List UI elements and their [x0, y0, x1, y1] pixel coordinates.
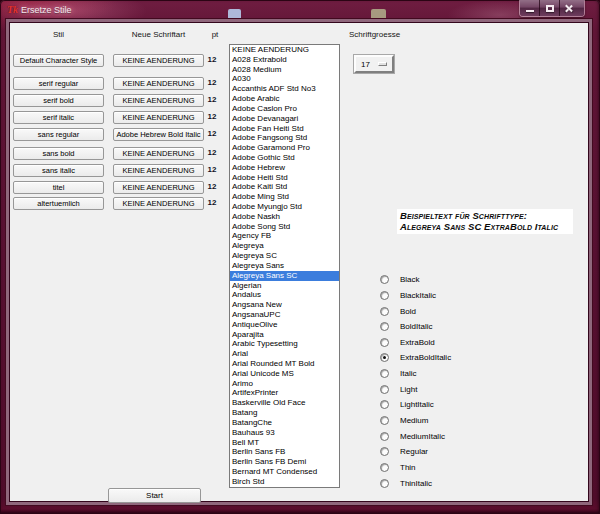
weight-radio-label: Medium [400, 416, 428, 425]
font-list-item[interactable]: Adobe Arabic [230, 94, 339, 104]
font-list-item[interactable]: Arial Unicode MS [230, 369, 339, 379]
font-list-item[interactable]: Adobe Devanagari [230, 114, 339, 124]
font-list-item[interactable]: Batang [230, 408, 339, 418]
font-list-item[interactable]: Accanthis ADF Std No3 [230, 84, 339, 94]
close-button[interactable] [560, 0, 584, 16]
ersetze-stile-window: Tk Ersetze Stile Stil Neue Schriftart pt… [0, 0, 600, 514]
titlebar[interactable]: Tk Ersetze Stile [0, 0, 600, 22]
weight-radio-italic[interactable]: Italic [380, 368, 416, 379]
glass-reflection [371, 9, 386, 20]
font-list-item[interactable]: AntiqueOlive [230, 320, 339, 330]
style-button[interactable]: sans regular [13, 128, 104, 141]
radio-button-icon [380, 353, 389, 362]
font-list-item[interactable]: A028 Extrabold [230, 55, 339, 65]
font-list-item[interactable]: Bauhaus 93 [230, 428, 339, 438]
weight-radio-label: ExtraBoldItalic [400, 353, 451, 362]
font-list-item[interactable]: Alegreya SC [230, 251, 339, 261]
weight-radio-thin[interactable]: Thin [380, 462, 416, 473]
new-font-button[interactable]: KEINE AENDERUNG [113, 147, 204, 160]
header-stil: Stil [13, 30, 104, 39]
weight-radio-bolditalic[interactable]: BoldItalic [380, 321, 432, 332]
weight-radio-lightitalic[interactable]: LightItalic [380, 399, 434, 410]
font-list-item[interactable]: Adobe Song Std [230, 222, 339, 232]
start-button[interactable]: Start [108, 488, 201, 503]
font-list-item[interactable]: Adobe Heiti Std [230, 173, 339, 183]
font-list-item[interactable]: Adobe Naskh [230, 212, 339, 222]
new-font-button[interactable]: KEINE AENDERUNG [113, 111, 204, 124]
style-button[interactable]: sans italic [13, 164, 104, 177]
font-list-item[interactable]: Adobe Garamond Pro [230, 143, 339, 153]
new-font-button[interactable]: Adobe Hebrew Bold Italic [113, 128, 204, 141]
new-font-button[interactable]: KEINE AENDERUNG [113, 181, 204, 194]
weight-radio-black[interactable]: Black [380, 274, 420, 285]
weight-radio-regular[interactable]: Regular [380, 446, 428, 457]
weight-radio-mediumitalic[interactable]: MediumItalic [380, 431, 445, 442]
font-list-item[interactable]: Agency FB [230, 231, 339, 241]
font-list-item[interactable]: Arial Rounded MT Bold [230, 359, 339, 369]
schriftgroesse-label: Schriftgroesse [349, 30, 400, 39]
weight-radio-extrabold[interactable]: ExtraBold [380, 337, 435, 348]
font-list-item[interactable]: Arial [230, 349, 339, 359]
font-list-item[interactable]: A028 Medium [230, 65, 339, 75]
new-font-button[interactable]: KEINE AENDERUNG [113, 77, 204, 90]
font-list-item[interactable]: BatangChe [230, 418, 339, 428]
weight-radio-label: BoldItalic [400, 322, 432, 331]
radio-button-icon [380, 385, 389, 394]
weight-radio-extrabolditalic[interactable]: ExtraBoldItalic [380, 352, 451, 363]
font-list-item[interactable]: Baskerville Old Face [230, 398, 339, 408]
font-list-item[interactable]: A030 [230, 74, 339, 84]
weight-radio-medium[interactable]: Medium [380, 415, 428, 426]
style-button[interactable]: sans bold [13, 147, 104, 160]
new-font-button[interactable]: KEINE AENDERUNG [113, 94, 204, 107]
weight-radio-label: MediumItalic [400, 432, 445, 441]
new-font-button[interactable]: KEINE AENDERUNG [113, 54, 204, 67]
weight-radio-label: Italic [400, 369, 416, 378]
style-button[interactable]: serif italic [13, 111, 104, 124]
pt-value: 12 [202, 112, 222, 121]
font-list-item[interactable]: Adobe Gothic Std [230, 153, 339, 163]
font-list-item[interactable]: AngsanaUPC [230, 310, 339, 320]
font-list-item[interactable]: Alegreya Sans [230, 261, 339, 271]
font-list-item[interactable]: Adobe Fangsong Std [230, 133, 339, 143]
font-list-item[interactable]: Alegreya Sans SC [230, 271, 339, 281]
font-list-item[interactable]: Andalus [230, 290, 339, 300]
weight-radio-blackitalic[interactable]: BlackItalic [380, 290, 436, 301]
font-list-item[interactable]: Berlin Sans FB [230, 447, 339, 457]
style-button[interactable]: Default Character Style [13, 54, 104, 67]
font-list-item[interactable]: Angsana New [230, 300, 339, 310]
font-list-item[interactable]: KEINE AENDERUNG [230, 45, 339, 55]
font-list-item[interactable]: Arimo [230, 379, 339, 389]
minimize-button[interactable] [520, 0, 540, 16]
header-neue-schriftart: Neue Schriftart [113, 30, 204, 39]
minimize-icon [526, 10, 534, 12]
maximize-button[interactable] [540, 0, 560, 16]
font-list-item[interactable]: Bernard MT Condensed [230, 467, 339, 477]
font-list-item[interactable]: Adobe Kaiti Std [230, 182, 339, 192]
font-list-item[interactable]: Adobe Myungjo Std [230, 202, 339, 212]
font-list-item[interactable]: Aparajita [230, 330, 339, 340]
new-font-button[interactable]: KEINE AENDERUNG [113, 197, 204, 210]
font-listbox[interactable]: KEINE AENDERUNGA028 ExtraboldA028 Medium… [229, 44, 340, 488]
font-list-item[interactable]: Algerian [230, 281, 339, 291]
style-button[interactable]: serif regular [13, 77, 104, 90]
weight-radio-light[interactable]: Light [380, 384, 417, 395]
style-button[interactable]: altertuemlich [13, 197, 104, 210]
font-list-item[interactable]: Birch Std [230, 477, 339, 487]
weight-radio-thinitalic[interactable]: ThinItalic [380, 478, 432, 489]
weight-radio-bold[interactable]: Bold [380, 306, 416, 317]
new-font-button[interactable]: KEINE AENDERUNG [113, 164, 204, 177]
style-button[interactable]: titel [13, 181, 104, 194]
style-button[interactable]: serif bold [13, 94, 104, 107]
font-list-item[interactable]: Adobe Caslon Pro [230, 104, 339, 114]
font-list-item[interactable]: Adobe Ming Std [230, 192, 339, 202]
font-list-item[interactable]: Bell MT [230, 438, 339, 448]
font-list-item[interactable]: Alegreya [230, 241, 339, 251]
font-list-item[interactable]: Adobe Fan Heiti Std [230, 124, 339, 134]
font-list-item[interactable]: Adobe Hebrew [230, 163, 339, 173]
font-list-item[interactable]: Berlin Sans FB Demi [230, 457, 339, 467]
font-size-value: 17 [361, 60, 370, 69]
font-size-dropdown[interactable]: 17 [354, 55, 394, 73]
font-list-item[interactable]: ArtifexPrinter [230, 388, 339, 398]
font-list-item[interactable]: Arabic Typesetting [230, 339, 339, 349]
sample-line-1: Beispieltext für Schrifttype: [400, 210, 570, 221]
